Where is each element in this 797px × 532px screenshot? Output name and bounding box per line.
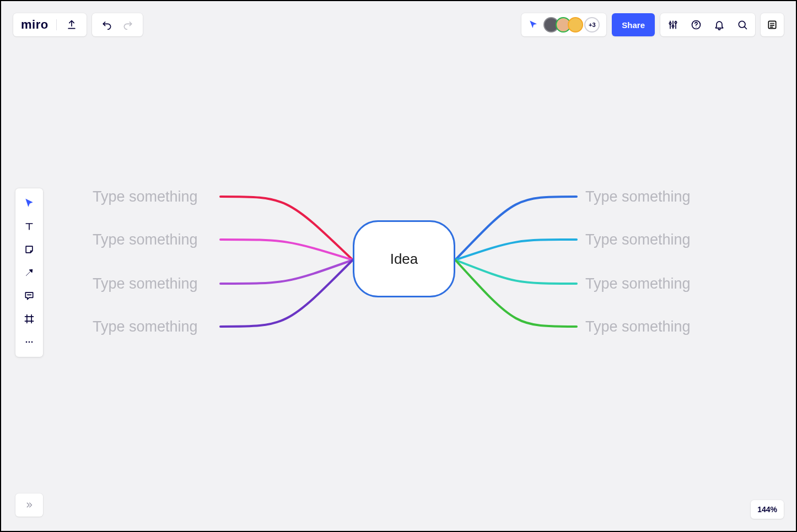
svg-point-9 bbox=[31, 341, 33, 343]
share-button[interactable]: Share bbox=[612, 13, 655, 36]
frame-tool[interactable] bbox=[19, 308, 40, 329]
avatar-stack[interactable] bbox=[543, 17, 583, 32]
settings-icon[interactable] bbox=[666, 18, 680, 32]
svg-point-1 bbox=[672, 25, 674, 27]
avatar[interactable] bbox=[568, 17, 583, 32]
text-tool[interactable] bbox=[19, 216, 40, 237]
svg-point-7 bbox=[26, 341, 28, 343]
comment-tool[interactable] bbox=[19, 285, 40, 306]
header-actions bbox=[660, 13, 755, 36]
svg-point-5 bbox=[739, 21, 745, 28]
mindmap-branch-left[interactable]: Type something bbox=[93, 231, 198, 248]
mindmap-center-node[interactable]: Idea bbox=[353, 220, 455, 297]
svg-point-8 bbox=[29, 341, 30, 343]
side-toolbar bbox=[15, 188, 43, 357]
search-icon[interactable] bbox=[735, 18, 750, 32]
zoom-level[interactable]: 144% bbox=[751, 500, 784, 519]
avatar-more[interactable]: +3 bbox=[584, 17, 600, 32]
presence-card: +3 bbox=[521, 13, 606, 36]
expand-toolbar-icon[interactable] bbox=[15, 493, 43, 517]
arrow-tool[interactable] bbox=[19, 262, 40, 283]
mindmap-branch-left[interactable]: Type something bbox=[93, 188, 198, 205]
notifications-icon[interactable] bbox=[712, 18, 726, 32]
export-icon[interactable] bbox=[64, 18, 79, 32]
mindmap-branch-left[interactable]: Type something bbox=[93, 275, 198, 292]
topbar-right: +3 Share bbox=[521, 13, 784, 36]
svg-point-0 bbox=[669, 23, 671, 24]
mindmap-branch-right[interactable]: Type something bbox=[585, 275, 691, 292]
panel-toggle-icon[interactable] bbox=[761, 13, 784, 36]
mindmap-branch-right[interactable]: Type something bbox=[585, 188, 691, 205]
redo-icon bbox=[121, 18, 135, 32]
divider bbox=[56, 19, 57, 30]
help-icon[interactable] bbox=[689, 18, 703, 32]
app-logo[interactable]: miro bbox=[21, 18, 49, 32]
app-frame: miro +3 Share bbox=[0, 0, 797, 532]
mindmap-branch-right[interactable]: Type something bbox=[585, 318, 691, 335]
select-tool[interactable] bbox=[19, 193, 40, 214]
svg-point-4 bbox=[696, 27, 696, 28]
mindmap-branch-right[interactable]: Type something bbox=[585, 231, 691, 248]
history-card bbox=[92, 13, 143, 36]
more-tools[interactable] bbox=[19, 332, 40, 352]
topbar-left: miro bbox=[13, 13, 143, 36]
logo-card: miro bbox=[13, 13, 87, 36]
mindmap-branch-left[interactable]: Type something bbox=[93, 318, 198, 335]
undo-icon[interactable] bbox=[100, 18, 114, 32]
sticky-note-tool[interactable] bbox=[19, 239, 40, 260]
svg-point-2 bbox=[675, 21, 676, 23]
presence-cursor-icon[interactable] bbox=[528, 20, 539, 30]
